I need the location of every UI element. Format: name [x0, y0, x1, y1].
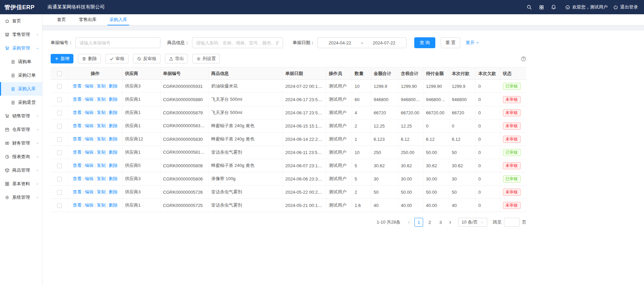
- unaudit-button[interactable]: 反审核: [133, 54, 160, 63]
- copy-link[interactable]: 复制: [97, 203, 106, 208]
- page-number-3[interactable]: 3: [436, 218, 445, 227]
- delete-link[interactable]: 删除: [109, 189, 118, 194]
- sidebar-item-purchase-inbound[interactable]: 采购入库: [0, 82, 42, 96]
- product-info-input[interactable]: [192, 37, 283, 48]
- edit-link[interactable]: 编辑: [85, 123, 93, 128]
- edit-link[interactable]: 编辑: [85, 83, 93, 89]
- date-end-value[interactable]: 2024-07-22: [373, 40, 396, 45]
- delete-link[interactable]: 删除: [109, 150, 118, 155]
- tab-retail-outbound[interactable]: 零售出库: [72, 14, 103, 25]
- tab-home[interactable]: 首页: [51, 14, 72, 25]
- sidebar-item-reports[interactable]: 报表查询: [0, 150, 42, 164]
- delete-link[interactable]: 删除: [109, 123, 118, 128]
- edit-link[interactable]: 编辑: [85, 163, 93, 168]
- bill-no-cell: CGRK00000005816[订]: [160, 146, 208, 159]
- audit-button[interactable]: 审核: [105, 54, 128, 63]
- edit-link[interactable]: 编辑: [85, 189, 93, 194]
- copy-link[interactable]: 复制: [97, 189, 106, 194]
- prev-page-button[interactable]: [406, 220, 412, 225]
- reset-button[interactable]: 重 置: [441, 37, 460, 48]
- view-link[interactable]: 查看: [73, 97, 82, 102]
- add-button[interactable]: 新增: [51, 54, 73, 63]
- bell-icon[interactable]: [547, 0, 560, 14]
- row-checkbox[interactable]: [57, 124, 62, 129]
- search-button[interactable]: 查 询: [414, 37, 435, 48]
- row-checkbox[interactable]: [57, 150, 62, 155]
- expand-filters-link[interactable]: 展开: [466, 40, 480, 46]
- sidebar-item-home[interactable]: 首页: [0, 14, 42, 28]
- sidebar-item-purchase[interactable]: 采购管理: [0, 41, 42, 55]
- column-settings-button[interactable]: 列设置: [192, 54, 220, 63]
- delete-link[interactable]: 删除: [109, 110, 118, 115]
- edit-link[interactable]: 编辑: [85, 203, 93, 208]
- sidebar-item-retail[interactable]: 零售管理: [0, 28, 42, 41]
- row-checkbox[interactable]: [57, 137, 62, 142]
- bill-date-label: 单据日期：: [293, 40, 315, 46]
- sidebar-item-goods[interactable]: 商品管理: [0, 164, 42, 177]
- row-checkbox[interactable]: [57, 177, 62, 182]
- copy-link[interactable]: 复制: [97, 110, 106, 115]
- jump-page-input[interactable]: [504, 218, 520, 227]
- row-checkbox[interactable]: [57, 97, 62, 102]
- tab-purchase-inbound[interactable]: 采购入库: [103, 14, 134, 25]
- delete-button[interactable]: 删除: [78, 54, 101, 63]
- apps-grid-icon[interactable]: [535, 0, 547, 14]
- delete-link[interactable]: 删除: [109, 136, 118, 141]
- row-checkbox[interactable]: [57, 84, 62, 89]
- view-link[interactable]: 查看: [73, 136, 82, 141]
- search-icon[interactable]: [523, 0, 535, 14]
- sidebar-item-finance[interactable]: 财务管理: [0, 136, 42, 150]
- sidebar-item-purchase-return[interactable]: 采购退货: [0, 96, 42, 109]
- sidebar-item-basic-data[interactable]: 基本资料: [0, 177, 42, 191]
- edit-link[interactable]: 编辑: [85, 150, 93, 155]
- view-link[interactable]: 查看: [73, 163, 82, 168]
- copy-link[interactable]: 复制: [97, 136, 106, 141]
- page-number-2[interactable]: 2: [425, 218, 434, 227]
- delete-link[interactable]: 删除: [109, 97, 118, 102]
- row-checkbox[interactable]: [57, 190, 62, 195]
- date-start-value[interactable]: 2024-04-22: [329, 40, 351, 45]
- page-number-1[interactable]: 1: [414, 218, 423, 227]
- sidebar-item-purchase-order[interactable]: 采购订单: [0, 69, 42, 82]
- user-welcome[interactable]: 欢迎您，测试用户: [565, 4, 608, 10]
- select-all-checkbox[interactable]: [57, 71, 62, 76]
- view-link[interactable]: 查看: [73, 189, 82, 194]
- edit-link[interactable]: 编辑: [85, 176, 93, 181]
- action-separator: |: [107, 150, 108, 155]
- next-page-button[interactable]: [447, 220, 453, 225]
- view-link[interactable]: 查看: [73, 176, 82, 181]
- copy-link[interactable]: 复制: [97, 97, 106, 102]
- row-checkbox[interactable]: [57, 111, 62, 115]
- bill-no-input[interactable]: [75, 37, 160, 48]
- app-logo[interactable]: 管伊佳ERP: [0, 3, 42, 11]
- view-link[interactable]: 查看: [73, 83, 82, 89]
- view-link[interactable]: 查看: [73, 203, 82, 208]
- copy-link[interactable]: 复制: [97, 163, 106, 168]
- edit-link[interactable]: 编辑: [85, 136, 93, 141]
- date-range-picker[interactable]: 2024-04-22 ~ 2024-07-22: [317, 37, 406, 48]
- view-link[interactable]: 查看: [73, 110, 82, 115]
- edit-link[interactable]: 编辑: [85, 97, 93, 102]
- delete-link[interactable]: 删除: [109, 176, 118, 181]
- sidebar-item-system[interactable]: 系统管理: [0, 191, 42, 204]
- bill-date-cell: 2024-07-22 00:17:09: [282, 80, 326, 93]
- copy-link[interactable]: 复制: [97, 150, 106, 155]
- delete-link[interactable]: 删除: [109, 203, 118, 208]
- logout-button[interactable]: 退出登录: [613, 4, 638, 10]
- copy-link[interactable]: 复制: [97, 83, 106, 89]
- view-link[interactable]: 查看: [73, 123, 82, 128]
- row-checkbox[interactable]: [57, 164, 62, 168]
- view-link[interactable]: 查看: [73, 150, 82, 155]
- delete-link[interactable]: 删除: [109, 83, 118, 89]
- edit-link[interactable]: 编辑: [85, 110, 93, 115]
- delete-link[interactable]: 删除: [109, 163, 118, 168]
- sidebar-item-sales[interactable]: 销售管理: [0, 109, 42, 123]
- copy-link[interactable]: 复制: [97, 123, 106, 128]
- page-size-select[interactable]: 10 条/页: [458, 218, 487, 227]
- help-icon[interactable]: [521, 56, 526, 62]
- sidebar-item-warehouse[interactable]: 仓库管理: [0, 123, 42, 136]
- export-button[interactable]: 导出: [165, 54, 188, 63]
- row-checkbox[interactable]: [57, 203, 62, 208]
- sidebar-item-purchase-request[interactable]: 请购单: [0, 55, 42, 69]
- copy-link[interactable]: 复制: [97, 176, 106, 181]
